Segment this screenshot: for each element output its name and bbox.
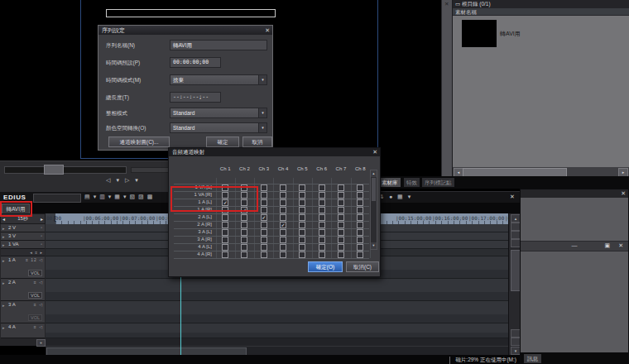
close-icon[interactable]: ✕	[444, 1, 449, 7]
expand-icon[interactable]: ▸	[2, 258, 5, 263]
channel-checkbox[interactable]	[241, 244, 247, 251]
channel-checkbox[interactable]	[280, 199, 286, 206]
tab-bin[interactable]: 素材庫	[379, 178, 401, 187]
volume-rubberband-selector[interactable]: VOL	[28, 270, 42, 276]
channel-checkbox[interactable]	[261, 244, 267, 251]
channel-checkbox[interactable]	[319, 207, 325, 213]
add-track-button[interactable]: +	[36, 339, 46, 347]
channel-checkbox[interactable]	[299, 199, 305, 206]
channel-checkbox[interactable]	[222, 222, 228, 228]
close-icon[interactable]: ✕	[621, 190, 626, 197]
track-toggle-icons[interactable]: ◂ ≡ ▸	[30, 250, 43, 255]
clip-thumbnail[interactable]	[462, 20, 497, 47]
channel-checkbox[interactable]	[338, 229, 344, 236]
toolbar-icon-3[interactable]: ▾	[108, 194, 112, 200]
channel-checkbox[interactable]	[299, 251, 305, 258]
dialog-titlebar[interactable]: 音頻通道映射	[169, 148, 380, 156]
timecode-preset-input[interactable]: 00:00:00;00	[170, 57, 221, 68]
channel-checkbox[interactable]	[222, 214, 228, 221]
toolbar-icon-0[interactable]: ▤	[84, 194, 90, 200]
channel-checkbox[interactable]	[241, 251, 247, 258]
volume-rubberband-selector[interactable]: VOL	[28, 292, 42, 299]
channel-checkbox[interactable]	[319, 237, 325, 243]
channel-checkbox[interactable]	[241, 222, 247, 228]
channel-checkbox[interactable]: ✓	[280, 222, 286, 228]
transport-icon-0[interactable]: ◁	[106, 177, 110, 184]
channel-checkbox[interactable]	[280, 244, 286, 251]
channel-checkbox[interactable]	[261, 222, 267, 228]
channel-checkbox[interactable]	[357, 199, 363, 206]
channel-checkbox[interactable]	[261, 237, 267, 243]
channel-checkbox[interactable]	[319, 199, 325, 206]
timeline-toolbar-icons[interactable]: ⇅●▦▾	[379, 194, 411, 200]
channel-checkbox[interactable]	[357, 244, 363, 251]
track-header-2a[interactable]: ▸2 A≡ ◁VOL	[1, 279, 45, 301]
scale-right-arrow-icon[interactable]: ▸	[41, 216, 43, 222]
channel-checkbox[interactable]	[299, 237, 305, 243]
toolbar-icon-4[interactable]: ▦	[114, 194, 120, 200]
toolbar-icon-2[interactable]: ▥	[99, 194, 105, 200]
channel-checkbox[interactable]	[357, 184, 363, 191]
channel-checkbox[interactable]	[299, 222, 305, 228]
ok-button[interactable]: 確定(O)	[308, 261, 343, 272]
close-icon[interactable]: ✕	[618, 242, 623, 249]
toolbar-icon-5[interactable]: ▾	[123, 194, 127, 200]
track-toggle-icons[interactable]: ≡ 12 ◁	[26, 257, 43, 262]
track-toggle-icons[interactable]: ≡ ◁	[34, 324, 43, 329]
channel-checkbox[interactable]	[357, 229, 363, 236]
toolbar-icon-1[interactable]: ▾	[94, 194, 97, 200]
channel-checkbox[interactable]	[338, 222, 344, 228]
track-header-3v[interactable]: ▸3 V▫	[1, 232, 45, 241]
cancel-button[interactable]: 取消(C)	[346, 261, 379, 272]
channel-checkbox[interactable]	[261, 199, 267, 206]
scroll-thumb[interactable]	[372, 178, 376, 201]
toolbar-right-icon-1[interactable]: ●	[389, 194, 392, 200]
track-lane-3a[interactable]	[46, 301, 508, 323]
channel-checkbox[interactable]	[338, 214, 344, 221]
channel-checkbox[interactable]	[261, 229, 267, 236]
channel-checkbox[interactable]	[280, 237, 286, 243]
channel-checkbox[interactable]	[338, 192, 344, 199]
channel-checkbox[interactable]	[280, 251, 286, 258]
close-icon[interactable]: ✕	[372, 147, 377, 156]
channel-checkbox[interactable]	[280, 192, 286, 199]
expand-icon[interactable]: ▸	[2, 280, 5, 285]
transport-icon-1[interactable]: ▾	[116, 177, 119, 184]
track-toggle-icons[interactable]: ▫	[41, 225, 43, 230]
track-header-1a[interactable]: ▸1 A≡ 12 ◁VOL	[1, 256, 45, 279]
chevron-down-icon[interactable]: ▾	[258, 108, 266, 117]
transport-buttons[interactable]: ◁▾▷▾	[106, 177, 138, 184]
expand-icon[interactable]: ▸	[2, 325, 5, 330]
scroll-down-icon[interactable]: ▾	[371, 242, 377, 249]
sequence-name-input[interactable]: 轉AVI用	[170, 40, 267, 50]
bin-column-header[interactable]: 素材名稱	[453, 8, 629, 16]
channel-checkbox[interactable]	[280, 214, 286, 221]
scroll-up-icon[interactable]: ▴	[371, 170, 377, 177]
track-lane-2a[interactable]	[46, 279, 508, 301]
expand-icon[interactable]: ▸	[2, 226, 5, 231]
channel-map-button[interactable]: 通道映射圖(C)...	[108, 136, 170, 147]
channel-checkbox[interactable]	[261, 192, 267, 199]
toolbar-right-icon-3[interactable]: ▾	[408, 194, 411, 200]
expand-icon[interactable]: ▸	[2, 242, 5, 247]
toolbar-icon-8[interactable]: ▩	[147, 194, 153, 200]
volume-rubberband-selector[interactable]: VOL	[28, 314, 42, 321]
shuttle-slider-thumb[interactable]	[44, 165, 64, 175]
track-toggle-icons[interactable]: ▫	[41, 233, 43, 238]
channel-checkbox[interactable]	[261, 184, 267, 191]
channel-checkbox[interactable]	[241, 214, 247, 221]
channel-checkbox[interactable]	[299, 192, 305, 199]
channel-checkbox[interactable]	[319, 251, 325, 258]
track-header-4a[interactable]: ▸4 A≡ ◁	[1, 323, 45, 338]
shuttle-slider-track[interactable]	[4, 166, 127, 174]
channel-checkbox[interactable]	[280, 207, 286, 213]
channel-checkbox[interactable]	[357, 192, 363, 199]
transport-icon-2[interactable]: ▷	[125, 177, 129, 184]
channel-checkbox[interactable]	[357, 222, 363, 228]
channel-checkbox[interactable]	[280, 229, 286, 236]
channel-checkbox[interactable]	[319, 192, 325, 199]
channel-checkbox[interactable]: ✓	[261, 214, 267, 221]
channel-checkbox[interactable]	[261, 251, 267, 258]
channel-checkbox[interactable]	[222, 251, 228, 258]
clip-name[interactable]: 轉AVI用	[500, 30, 521, 38]
